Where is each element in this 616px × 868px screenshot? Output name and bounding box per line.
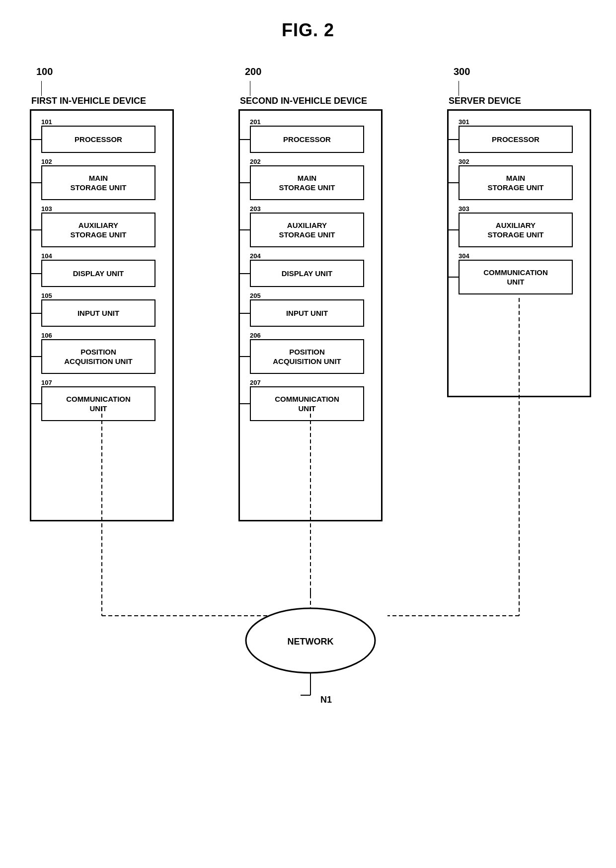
svg-text:N1: N1: [320, 695, 332, 705]
comp-204-label: DISPLAY UNIT: [282, 269, 333, 279]
comp-102-label: MAINSTORAGE UNIT: [70, 173, 126, 193]
comp-304-label: COMMUNICATIONUNIT: [483, 268, 548, 287]
comp-106-label: POSITIONACQUISITION UNIT: [64, 347, 133, 366]
bracket-101: [31, 139, 42, 140]
comp-101-label: PROCESSOR: [75, 135, 122, 145]
comp-301: PROCESSOR: [459, 126, 573, 153]
comp-201-label: PROCESSOR: [283, 135, 331, 145]
comp-302-label: MAINSTORAGE UNIT: [487, 173, 543, 193]
bracket-207: [240, 403, 251, 404]
comp-206-label: POSITIONACQUISITION UNIT: [273, 347, 341, 366]
bracket-206: [240, 356, 251, 357]
comp-303: AUXILIARYSTORAGE UNIT: [459, 213, 573, 247]
device2-label: SECOND IN-VEHICLE DEVICE: [240, 96, 367, 106]
device1-label: FIRST IN-VEHICLE DEVICE: [31, 96, 146, 106]
bracket-205: [240, 313, 251, 314]
comp-203: AUXILIARYSTORAGE UNIT: [250, 213, 364, 247]
bracket-105: [31, 313, 42, 314]
svg-text:NETWORK: NETWORK: [288, 637, 334, 647]
comp-204: DISPLAY UNIT: [250, 260, 364, 287]
comp-205: INPUT UNIT: [250, 299, 364, 327]
comp-203-label: AUXILIARYSTORAGE UNIT: [279, 220, 335, 240]
bracket-106: [31, 356, 42, 357]
comp-103: AUXILIARYSTORAGE UNIT: [41, 213, 155, 247]
comp-104-label: DISPLAY UNIT: [73, 269, 124, 279]
bracket-201: [240, 139, 251, 140]
comp-202: MAINSTORAGE UNIT: [250, 165, 364, 200]
device1-number-line: [41, 81, 42, 96]
comp-106: POSITIONACQUISITION UNIT: [41, 339, 155, 374]
device2-container: 200 SECOND IN-VEHICLE DEVICE 201 PROCESS…: [238, 109, 383, 521]
comp-107: COMMUNICATIONUNIT: [41, 386, 155, 421]
comp-101: PROCESSOR: [41, 126, 155, 153]
comp-207-label: COMMUNICATIONUNIT: [275, 394, 339, 414]
comp-107-label: COMMUNICATIONUNIT: [66, 394, 131, 414]
bracket-102: [31, 182, 42, 183]
bracket-304: [449, 277, 460, 278]
bracket-203: [240, 229, 251, 230]
device3-number: 300: [454, 66, 470, 77]
comp-207: COMMUNICATIONUNIT: [250, 386, 364, 421]
comp-105-label: INPUT UNIT: [77, 308, 119, 318]
device1-number: 100: [36, 66, 53, 77]
comp-301-label: PROCESSOR: [492, 135, 539, 145]
comp-206: POSITIONACQUISITION UNIT: [250, 339, 364, 374]
diagram-area: 100 FIRST IN-VEHICLE DEVICE 101 PROCESSO…: [15, 60, 601, 828]
comp-103-label: AUXILIARYSTORAGE UNIT: [70, 220, 126, 240]
comp-205-label: INPUT UNIT: [286, 308, 328, 318]
page-title: FIG. 2: [0, 0, 616, 41]
comp-302: MAINSTORAGE UNIT: [459, 165, 573, 200]
device3-label: SERVER DEVICE: [449, 96, 521, 106]
comp-303-label: AUXILIARYSTORAGE UNIT: [487, 220, 543, 240]
comp-202-label: MAINSTORAGE UNIT: [279, 173, 335, 193]
device2-number: 200: [245, 66, 261, 77]
comp-304: COMMUNICATIONUNIT: [459, 260, 573, 294]
device3-number-line: [459, 81, 459, 96]
bracket-103: [31, 229, 42, 230]
comp-102: MAINSTORAGE UNIT: [41, 165, 155, 200]
comp-201: PROCESSOR: [250, 126, 364, 153]
bracket-303: [449, 229, 460, 230]
bracket-302: [449, 182, 460, 183]
svg-point-6: [246, 608, 375, 673]
bracket-301: [449, 139, 460, 140]
device2-number-line: [250, 81, 250, 96]
bracket-107: [31, 403, 42, 404]
comp-104: DISPLAY UNIT: [41, 260, 155, 287]
comp-105: INPUT UNIT: [41, 299, 155, 327]
bracket-202: [240, 182, 251, 183]
bracket-204: [240, 273, 251, 274]
device3-container: 300 SERVER DEVICE 301 PROCESSOR 302 MAIN…: [447, 109, 591, 397]
bracket-104: [31, 273, 42, 274]
device1-container: 100 FIRST IN-VEHICLE DEVICE 101 PROCESSO…: [30, 109, 174, 521]
